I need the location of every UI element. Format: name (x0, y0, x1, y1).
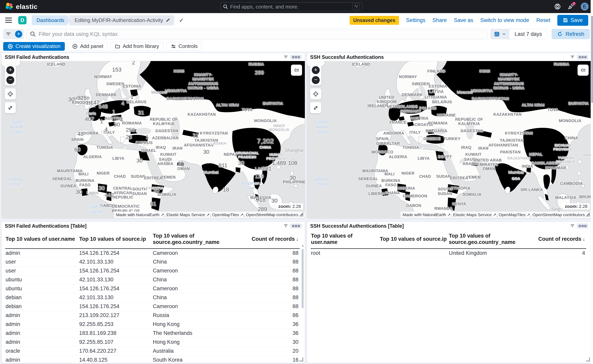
menu-icon[interactable] (5, 16, 12, 24)
column-header[interactable]: Top 10 values of source.ip (79, 231, 153, 248)
map-attribution[interactable]: Made with NaturalEarth ↗, Elastic Maps S… (401, 212, 591, 218)
attribution-link[interactable]: Elastic Maps Service (453, 212, 493, 217)
reset-link[interactable]: Reset (536, 17, 550, 23)
share-link[interactable]: Share (432, 17, 447, 23)
column-header[interactable]: Count of records ↓ (531, 231, 586, 248)
kql-query-input[interactable]: Filter your data using KQL syntax (26, 29, 488, 39)
settings-link[interactable]: Settings (406, 17, 425, 23)
save-button[interactable]: Save (557, 15, 588, 26)
attribution-link[interactable]: NaturalEarth (136, 212, 161, 217)
map-expand-button[interactable] (5, 102, 16, 113)
table-cell: ubuntu (5, 275, 79, 284)
table-cell: Australia (152, 347, 241, 356)
table-row[interactable]: oracle170.64.220.227Australia20 (5, 347, 300, 356)
column-header[interactable]: Top 10 values of user.name (311, 231, 379, 248)
panel-menu-icon[interactable] (577, 223, 588, 228)
panel-ssh-failed-map: SSH Failed Authentications ICELANDNORWAY… (2, 53, 305, 218)
global-search-placeholder: Find apps, content, and more. (230, 4, 352, 10)
filter-icon (6, 31, 11, 37)
attribution-link[interactable]: OpenStreetMap contributors (246, 212, 300, 217)
table-cell: 88 (241, 257, 300, 266)
table-cell: 92.255.85.107 (79, 338, 153, 347)
map-legend-toggle-button[interactable] (578, 65, 589, 76)
save-as-link[interactable]: Save as (454, 17, 473, 23)
panel-ssh-successful-table: SSH Successful Authentications [Table] T… (307, 222, 591, 363)
map-locate-button[interactable] (310, 88, 321, 99)
table-cell: 4 (531, 248, 586, 257)
attribution-link[interactable]: OpenMapTiles (212, 212, 240, 217)
refresh-button[interactable]: Refresh (552, 29, 590, 39)
attribution-link[interactable]: OpenStreetMap contributors (533, 212, 586, 217)
panel-filter-icon[interactable] (283, 54, 288, 60)
panel-filter-icon[interactable] (570, 223, 575, 228)
add-panel-button[interactable]: Add panel (68, 42, 107, 51)
attribution-link[interactable]: NaturalEarth (423, 212, 447, 217)
panel-resize-handle[interactable] (299, 212, 303, 216)
table-row[interactable]: admin92.255.85.107Hong Kong30 (5, 338, 300, 347)
panel-menu-icon[interactable] (577, 55, 588, 60)
edit-pencil-icon[interactable] (165, 18, 170, 23)
table-cell: China (152, 293, 241, 302)
map-zoom-out-button[interactable]: − (6, 76, 14, 84)
attribution-link[interactable]: Elastic Maps Service (166, 212, 206, 217)
panel-menu-icon[interactable] (290, 55, 302, 60)
table-row[interactable]: ubuntu42.101.33.130China88 (5, 275, 300, 284)
chevron-down-icon (502, 32, 506, 36)
controls-button[interactable]: Controls (166, 42, 202, 51)
table-scrollbar[interactable]: ▲ (301, 244, 304, 360)
avatar[interactable]: E (581, 3, 589, 11)
table-cell: user (5, 266, 79, 275)
column-header[interactable]: Top 10 values of source.geo.country_name (152, 231, 241, 248)
space-avatar[interactable]: D (18, 16, 26, 24)
table-row[interactable]: ubuntu154.126.176.254Cameroon88 (5, 284, 300, 293)
create-visualization-button[interactable]: Create visualization (3, 42, 65, 51)
add-from-library-button[interactable]: Add from library (111, 42, 163, 51)
table-row[interactable]: debian154.126.176.254Cameroon88 (5, 302, 300, 311)
panel-resize-handle[interactable] (299, 358, 303, 361)
column-header[interactable]: Count of records ↓ (241, 231, 300, 248)
attribution-link[interactable]: OpenMapTiles (499, 212, 527, 217)
table-row[interactable]: admin183.81.169.238The Netherlands36 (5, 329, 300, 338)
map-zoom-out-button[interactable]: − (312, 76, 320, 84)
column-header[interactable]: Top 10 values of user.name (5, 231, 79, 248)
table-cell: admin (5, 338, 79, 347)
table-row[interactable]: admin92.255.85.253Hong Kong36 (5, 320, 300, 329)
breadcrumb-current[interactable]: Editing MyDFIR-Authentication-Activity (69, 15, 174, 25)
map-expand-button[interactable] (310, 102, 321, 113)
switch-view-mode-link[interactable]: Switch to view mode (480, 17, 529, 23)
table-cell: admin (5, 356, 79, 363)
panel-filter-icon[interactable] (570, 54, 575, 60)
panel-menu-icon[interactable] (290, 223, 302, 228)
table-cell: Hong Kong (152, 320, 241, 329)
map-locate-button[interactable] (5, 88, 16, 99)
map-legend-toggle-button[interactable] (291, 65, 302, 76)
successful-auth-map[interactable]: ICELANDNORWAYSWEDENFINLANDESTONIALATVIAL… (307, 61, 591, 218)
column-header[interactable]: Top 10 values of source.geo.country_name (449, 231, 531, 248)
filter-menu-button[interactable] (3, 29, 13, 39)
table-row[interactable]: admin154.126.176.254Cameroon88 (5, 248, 300, 257)
table-row[interactable]: user42.101.33.130China88 (5, 257, 300, 266)
calendar-dropdown-button[interactable] (491, 29, 509, 39)
page-scrollbar[interactable] (591, 0, 593, 364)
table-row[interactable]: admin213.109.202.127Russia86 (5, 311, 300, 320)
time-range-value[interactable]: Last 7 days (509, 29, 547, 39)
table-row[interactable]: user154.126.176.254Cameroon88 (5, 266, 300, 275)
panel-resize-handle[interactable] (586, 358, 590, 361)
help-icon[interactable] (554, 3, 561, 10)
failed-auth-map[interactable]: ICELANDNORWAYSWEDENESTONIADENMARKUNITED … (2, 61, 305, 218)
table-cell: 36 (241, 329, 300, 338)
breadcrumb-dashboards[interactable]: Dashboards (32, 15, 70, 25)
global-search-input[interactable]: Find apps, content, and more. ^/ (220, 2, 362, 11)
panel-resize-handle[interactable] (586, 212, 590, 216)
column-header[interactable]: Top 10 values of source.ip (379, 231, 449, 248)
table-row[interactable]: admin14.40.8.125South Korea16 (5, 356, 300, 363)
map-attribution[interactable]: Made with NaturalEarth ↗, Elastic Maps S… (114, 212, 305, 218)
add-filter-button[interactable]: + (13, 29, 24, 39)
table-row[interactable]: debian42.101.33.130China88 (5, 293, 300, 302)
panel-filter-icon[interactable] (283, 223, 288, 228)
map-zoom-in-button[interactable]: + (6, 66, 14, 74)
news-icon[interactable] (567, 3, 575, 10)
table-row[interactable]: rootUnited Kingdom4 (311, 248, 586, 257)
elastic-logo[interactable]: elastic (5, 3, 38, 11)
map-zoom-in-button[interactable]: + (312, 66, 320, 74)
